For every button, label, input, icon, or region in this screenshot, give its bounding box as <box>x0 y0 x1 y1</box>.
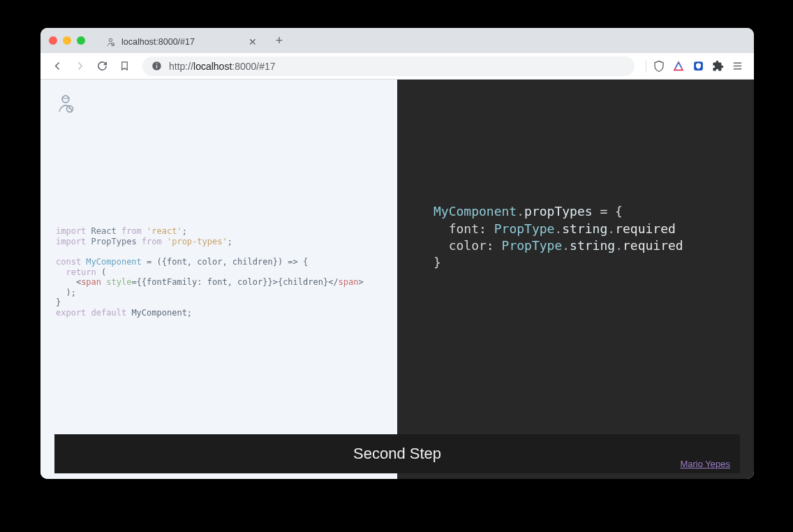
window-controls <box>49 36 85 45</box>
address-bar[interactable]: http://localhost:8000/#17 <box>142 57 635 76</box>
extension-triangle-icon[interactable] <box>672 59 685 73</box>
toolbar-divider <box>646 60 646 73</box>
bookmark-button[interactable] <box>114 57 134 76</box>
back-button[interactable] <box>47 57 67 76</box>
menu-icon[interactable] <box>730 59 744 73</box>
left-pane: import React from 'react'; import PropTy… <box>40 80 397 479</box>
svg-point-9 <box>62 96 69 103</box>
tab-title: localhost:8000/#17 <box>121 37 242 47</box>
minimize-window-button[interactable] <box>63 36 71 45</box>
right-pane: MyComponent.propTypes = { font: PropType… <box>397 80 754 479</box>
svg-point-10 <box>67 106 73 112</box>
right-code-block: MyComponent.propTypes = { font: PropType… <box>397 203 683 271</box>
close-window-button[interactable] <box>49 36 57 45</box>
brave-shield-icon[interactable] <box>652 59 666 73</box>
tab-bar: localhost:8000/#17 ✕ + <box>40 28 754 53</box>
reload-button[interactable] <box>92 57 112 76</box>
extensions-puzzle-icon[interactable] <box>711 59 725 73</box>
page-content: import React from 'react'; import PropTy… <box>40 80 754 479</box>
left-code-block: import React from 'react'; import PropTy… <box>56 226 364 318</box>
browser-window: localhost:8000/#17 ✕ + http://localhost:… <box>40 28 754 479</box>
site-info-icon[interactable] <box>151 61 162 72</box>
extension-shield-icon[interactable] <box>691 59 705 73</box>
tab-close-button[interactable]: ✕ <box>247 36 258 47</box>
footer-title: Second Step <box>353 445 441 463</box>
avatar-logo-icon <box>54 92 77 114</box>
maximize-window-button[interactable] <box>77 36 85 45</box>
footer-bar: Second Step Mario Yepes <box>54 434 740 473</box>
svg-rect-3 <box>156 65 156 68</box>
browser-toolbar: http://localhost:8000/#17 <box>40 53 754 80</box>
url-text: http://localhost:8000/#17 <box>169 61 626 72</box>
author-link[interactable]: Mario Yepes <box>680 459 730 469</box>
svg-rect-4 <box>156 64 156 64</box>
browser-tab[interactable]: localhost:8000/#17 ✕ <box>98 31 265 53</box>
forward-button[interactable] <box>70 57 89 76</box>
svg-point-0 <box>109 38 112 41</box>
new-tab-button[interactable]: + <box>269 31 289 50</box>
extensions-group <box>652 59 747 73</box>
tab-favicon-icon <box>105 36 116 47</box>
